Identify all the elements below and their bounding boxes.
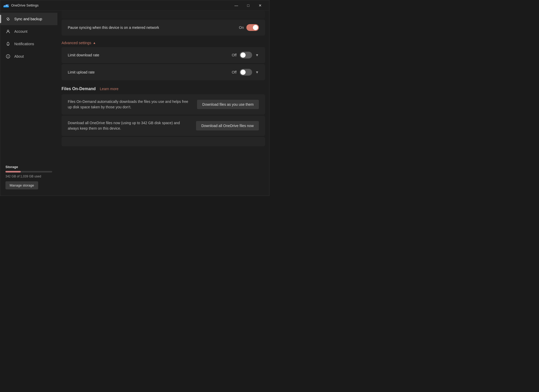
- sidebar-item-account-label: Account: [14, 29, 28, 34]
- limit-upload-toggle-thumb: [240, 70, 246, 75]
- storage-label: Storage: [5, 165, 52, 169]
- limit-download-chevron-icon[interactable]: ▼: [255, 53, 259, 57]
- storage-bar-fill: [5, 171, 21, 172]
- titlebar-left: OneDrive Settings: [3, 3, 39, 8]
- advanced-settings-toggle[interactable]: Advanced settings ▲: [62, 41, 96, 45]
- fod-description-1: Files On-Demand automatically downloads …: [68, 99, 193, 110]
- manage-storage-button[interactable]: Manage storage: [5, 181, 38, 189]
- fod-description-2: Download all OneDrive files now (using u…: [68, 120, 192, 131]
- limit-upload-state: Off: [232, 70, 237, 74]
- account-icon: [5, 29, 11, 34]
- limit-download-toggle-thumb: [240, 52, 246, 58]
- fod-card-2: Download all OneDrive files now (using u…: [62, 116, 265, 136]
- main-settings: Pause syncing when this device is on a m…: [57, 11, 269, 196]
- advanced-settings-section: Advanced settings ▲: [62, 41, 265, 45]
- storage-used-text: 342 GB of 1,039 GB used: [5, 175, 52, 178]
- storage-section: Storage 342 GB of 1,039 GB used Manage s…: [0, 161, 57, 194]
- content: Sync and backup Account: [0, 11, 269, 196]
- limit-download-state: Off: [232, 53, 237, 57]
- sidebar-item-sync-backup[interactable]: Sync and backup: [0, 13, 57, 25]
- limit-download-toggle[interactable]: [240, 52, 252, 58]
- pause-sync-card: Pause syncing when this device is on a m…: [62, 19, 265, 36]
- download-as-use-button[interactable]: Download files as you use them: [197, 100, 259, 109]
- bell-icon: [5, 41, 11, 46]
- limit-upload-label: Limit upload rate: [68, 70, 95, 74]
- limit-download-right: Off ▼: [232, 52, 259, 58]
- advanced-settings-label: Advanced settings: [62, 41, 91, 45]
- pause-sync-label: Pause syncing when this device is on a m…: [68, 25, 159, 30]
- onedrive-icon: [3, 3, 9, 8]
- limit-upload-toggle[interactable]: [240, 69, 252, 76]
- sidebar: Sync and backup Account: [0, 11, 57, 196]
- pause-sync-toggle[interactable]: [246, 24, 259, 31]
- limit-upload-right: Off ▼: [232, 69, 259, 76]
- limit-download-card: Limit download rate Off ▼: [62, 47, 265, 63]
- learn-more-link[interactable]: Learn more: [100, 87, 119, 91]
- minimize-button[interactable]: —: [230, 1, 242, 10]
- limit-download-row: Limit download rate Off ▼: [68, 52, 259, 58]
- pause-sync-toggle-container: On: [239, 24, 259, 31]
- titlebar-title: OneDrive Settings: [11, 3, 39, 7]
- partial-bottom-card: [62, 137, 265, 146]
- limit-upload-card: Limit upload rate Off ▼: [62, 64, 265, 80]
- files-on-demand-section: Files On-Demand Learn more Files On-Dema…: [62, 87, 265, 146]
- svg-point-1: [7, 30, 9, 32]
- sidebar-item-account[interactable]: Account: [0, 25, 57, 38]
- titlebar-controls: — □ ✕: [230, 1, 266, 10]
- limit-upload-chevron-icon[interactable]: ▼: [255, 70, 259, 74]
- sidebar-item-sync-backup-label: Sync and backup: [14, 17, 42, 21]
- pause-sync-toggle-thumb: [253, 25, 258, 30]
- pause-sync-state: On: [239, 25, 244, 30]
- settings-panel: Pause syncing when this device is on a m…: [57, 11, 269, 151]
- sidebar-item-about-label: About: [14, 54, 24, 58]
- fod-header: Files On-Demand Learn more: [62, 87, 265, 91]
- info-icon: [5, 54, 11, 59]
- pause-sync-row: Pause syncing when this device is on a m…: [68, 24, 259, 31]
- svg-point-3: [8, 55, 8, 56]
- limit-upload-row: Limit upload rate Off ▼: [68, 69, 259, 76]
- titlebar: OneDrive Settings — □ ✕: [0, 0, 269, 11]
- fod-title: Files On-Demand: [62, 87, 96, 91]
- fod-card-1: Files On-Demand automatically downloads …: [62, 94, 265, 115]
- sidebar-item-notifications[interactable]: Notifications: [0, 38, 57, 50]
- download-all-button[interactable]: Download all OneDrive files now: [196, 121, 259, 130]
- storage-bar-background: [5, 171, 52, 172]
- onedrive-settings-window: OneDrive Settings — □ ✕ Sync and backup: [0, 0, 270, 196]
- svg-rect-0: [3, 6, 9, 8]
- maximize-button[interactable]: □: [242, 1, 254, 10]
- sidebar-item-about[interactable]: About: [0, 50, 57, 63]
- partial-top-card: [62, 11, 265, 18]
- sync-icon: [5, 16, 11, 22]
- chevron-up-icon: ▲: [93, 41, 96, 45]
- close-button[interactable]: ✕: [254, 1, 266, 10]
- limit-download-label: Limit download rate: [68, 53, 99, 57]
- sidebar-item-notifications-label: Notifications: [14, 42, 34, 46]
